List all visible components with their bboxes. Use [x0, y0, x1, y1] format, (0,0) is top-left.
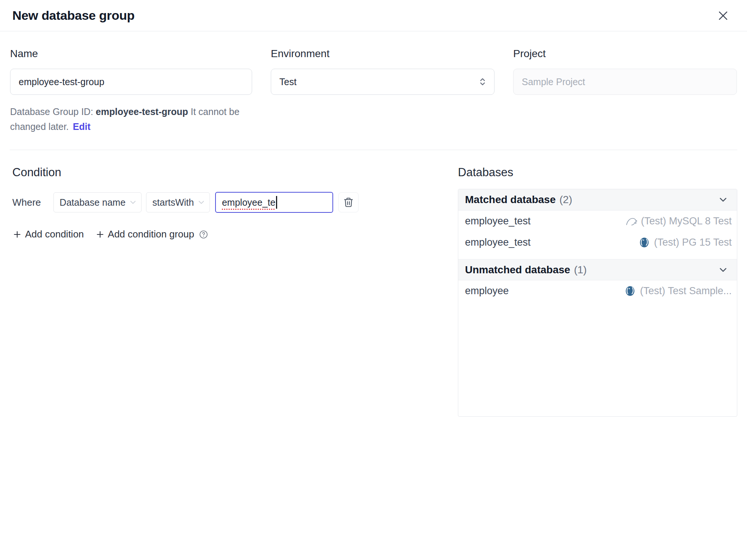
chevron-down-icon — [197, 198, 206, 207]
condition-field-select[interactable]: Database name — [53, 192, 142, 212]
condition-operator-select[interactable]: startsWith — [146, 192, 210, 212]
project-label: Project — [513, 48, 737, 60]
group-form: Name Database Group ID: employee-test-gr… — [0, 31, 747, 134]
environment-field-group: Environment Test — [271, 48, 495, 134]
group-id-note: Database Group ID: employee-test-group I… — [10, 105, 252, 134]
select-updown-icon — [477, 76, 488, 87]
environment-selected-value: Test — [279, 77, 297, 87]
database-instance: (Test) PG 15 Test — [638, 237, 732, 249]
database-name: employee_test — [465, 215, 531, 227]
matched-database-title: Matched database — [465, 194, 556, 206]
condition-value-input[interactable]: employee_te — [215, 192, 333, 213]
databases-section: Databases Matched database (2) employee_… — [458, 166, 737, 417]
postgresql-icon — [638, 237, 650, 249]
project-value: Sample Project — [522, 77, 585, 87]
database-instance: (Test) MySQL 8 Test — [625, 215, 732, 227]
mysql-icon — [625, 215, 637, 227]
environment-label: Environment — [271, 48, 495, 60]
databases-panel: Matched database (2) employee_test — [458, 189, 737, 417]
lower-section: Condition Where Database name startsWith… — [0, 150, 747, 417]
database-instance-label: (Test) MySQL 8 Test — [641, 215, 732, 227]
databases-heading: Databases — [458, 166, 737, 179]
dialog-header: New database group — [0, 0, 747, 31]
dialog-title: New database group — [12, 8, 134, 23]
database-name: employee_test — [465, 237, 531, 248]
unmatched-database-title: Unmatched database — [465, 264, 570, 276]
close-button[interactable] — [715, 7, 731, 24]
add-condition-label: Add condition — [25, 228, 84, 240]
name-input[interactable] — [10, 69, 252, 95]
where-label: Where — [12, 197, 41, 208]
project-input: Sample Project — [513, 69, 737, 95]
condition-actions: Add condition Add condition group — [12, 228, 458, 240]
matched-database-header[interactable]: Matched database (2) — [458, 189, 737, 211]
chevron-down-icon — [128, 198, 137, 207]
database-row: employee_test (Test) MySQL 8 Test — [458, 211, 737, 232]
chevron-down-icon — [717, 194, 729, 205]
add-condition-group-label: Add condition group — [108, 228, 194, 240]
plus-icon — [12, 230, 22, 239]
database-row: employee_test (Test) PG 15 Test — [458, 232, 737, 253]
group-id-value: employee-test-group — [96, 106, 188, 117]
condition-heading: Condition — [12, 166, 458, 179]
postgresql-icon — [624, 285, 636, 297]
trash-icon — [343, 197, 354, 208]
database-row: employee (Test) Test Sample... — [458, 280, 737, 302]
delete-condition-button[interactable] — [338, 192, 359, 212]
edit-group-id-link[interactable]: Edit — [73, 121, 90, 132]
database-instance-label: (Test) Test Sample... — [640, 285, 732, 297]
unmatched-database-header[interactable]: Unmatched database (1) — [458, 259, 737, 280]
close-icon — [717, 9, 729, 22]
text-cursor — [276, 196, 277, 209]
project-field-group: Project Sample Project — [513, 48, 737, 134]
condition-section: Condition Where Database name startsWith… — [12, 166, 458, 240]
name-label: Name — [10, 48, 252, 60]
database-name: employee — [465, 285, 509, 297]
condition-value-text: employee_te — [222, 197, 275, 208]
unmatched-database-count: (1) — [574, 264, 587, 276]
chevron-down-icon — [717, 264, 729, 276]
plus-icon — [95, 230, 105, 239]
add-condition-button[interactable]: Add condition — [12, 228, 84, 240]
database-instance: (Test) Test Sample... — [624, 285, 732, 297]
group-id-note-prefix: Database Group ID: — [10, 106, 96, 117]
add-condition-group-button[interactable]: Add condition group — [95, 228, 208, 240]
environment-select[interactable]: Test — [271, 69, 495, 95]
name-field-group: Name Database Group ID: employee-test-gr… — [10, 48, 252, 134]
condition-field-value: Database name — [60, 197, 126, 208]
condition-row: Where Database name startsWith employee_… — [12, 192, 458, 213]
condition-operator-value: startsWith — [152, 197, 194, 208]
help-icon[interactable] — [199, 230, 208, 239]
matched-database-count: (2) — [560, 194, 572, 206]
database-instance-label: (Test) PG 15 Test — [654, 237, 732, 248]
new-database-group-dialog: { "dialog": { "title": "New database gro… — [0, 0, 747, 560]
